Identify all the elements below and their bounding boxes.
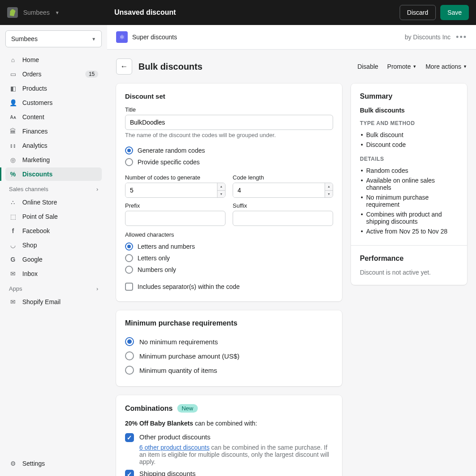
home-icon: ⌂ bbox=[9, 56, 17, 64]
chevron-right-icon[interactable]: › bbox=[96, 285, 98, 292]
checkbox-icon bbox=[125, 283, 133, 291]
code-length-input[interactable]: ▲▼ bbox=[233, 183, 333, 198]
analytics-icon: ⫾⫾ bbox=[9, 142, 17, 150]
email-icon: ✉ bbox=[9, 298, 17, 306]
back-button[interactable]: ← bbox=[116, 58, 132, 75]
prefix-input[interactable] bbox=[125, 211, 225, 226]
store-selector[interactable]: Sumbees ▼ bbox=[5, 30, 102, 47]
shop-name[interactable]: Sumbees bbox=[23, 9, 50, 16]
radio-icon bbox=[125, 337, 134, 346]
app-shopify-email[interactable]: ✉Shopify Email bbox=[5, 295, 102, 309]
nav-finances[interactable]: 🏛Finances bbox=[5, 125, 102, 138]
chevron-down-icon: ▼ bbox=[92, 37, 96, 42]
promote-action[interactable]: Promote ▼ bbox=[387, 63, 417, 70]
num-codes-input[interactable]: ▲▼ bbox=[125, 183, 225, 198]
spinner-down-icon[interactable]: ▼ bbox=[217, 191, 225, 198]
app-name: Super discounts bbox=[132, 33, 177, 41]
discard-button[interactable]: Discard bbox=[400, 5, 436, 20]
performance-text: Discount is not active yet. bbox=[360, 269, 458, 276]
google-icon: G bbox=[9, 255, 17, 263]
radio-icon bbox=[125, 366, 134, 375]
discount-set-card: Discount set Title The name of the disco… bbox=[116, 84, 342, 301]
spinner-up-icon[interactable]: ▲ bbox=[325, 183, 333, 191]
page-title: Bulk discounts bbox=[138, 62, 351, 72]
disable-action[interactable]: Disable bbox=[357, 63, 378, 70]
nav-customers[interactable]: 👤Customers bbox=[5, 96, 102, 109]
chevron-right-icon[interactable]: › bbox=[96, 186, 98, 192]
nav-label: Discounts bbox=[22, 171, 53, 178]
nav-analytics[interactable]: ⫾⫾Analytics bbox=[5, 139, 102, 152]
more-menu-icon[interactable]: ••• bbox=[456, 33, 467, 42]
check-shipping-discounts[interactable]: ✓ Shipping discounts bbox=[125, 470, 333, 476]
channel-online-store[interactable]: ⛬Online Store bbox=[5, 196, 102, 209]
nav-products[interactable]: ◧Products bbox=[5, 82, 102, 95]
app-vendor: by Discounts Inc bbox=[405, 33, 451, 41]
nav-content[interactable]: AᴀContent bbox=[5, 110, 102, 124]
nav-orders[interactable]: ▭Orders15 bbox=[5, 67, 102, 81]
radio-letters-only[interactable]: Letters only bbox=[125, 252, 333, 264]
radio-min-amount[interactable]: Minimum purchase amount (US$) bbox=[125, 349, 333, 363]
page-status-title: Unsaved discount bbox=[114, 8, 400, 17]
nav-label: Analytics bbox=[22, 142, 47, 149]
nav-home[interactable]: ⌂Home bbox=[5, 53, 102, 67]
details-list: Random codes Available on online sales c… bbox=[360, 166, 458, 236]
radio-numbers-only[interactable]: Numbers only bbox=[125, 264, 333, 276]
spinner-up-icon[interactable]: ▲ bbox=[217, 183, 225, 191]
checkbox-label: Other product discounts bbox=[139, 433, 210, 441]
title-input[interactable] bbox=[125, 115, 333, 130]
check-separator[interactable]: Includes separator(s) within the code bbox=[125, 281, 333, 292]
chevron-down-icon[interactable]: ▼ bbox=[55, 10, 59, 15]
nav-marketing[interactable]: ◎Marketing bbox=[5, 153, 102, 167]
nav-label: Finances bbox=[22, 128, 48, 135]
caret-down-icon: ▼ bbox=[463, 64, 467, 69]
radio-generate-codes[interactable]: Generate random codes bbox=[125, 145, 333, 156]
nav-label: Inbox bbox=[22, 270, 38, 277]
list-item: Available on online sales channels bbox=[366, 175, 458, 192]
code-length-field[interactable] bbox=[233, 183, 325, 197]
channel-facebook[interactable]: fFacebook bbox=[5, 224, 102, 238]
radio-label: Minimum quantity of items bbox=[139, 367, 217, 374]
channel-google[interactable]: GGoogle bbox=[5, 253, 102, 266]
nav-label: Orders bbox=[22, 71, 42, 78]
save-button[interactable]: Save bbox=[440, 5, 469, 20]
checkbox-label: Shipping discounts bbox=[139, 470, 196, 476]
spinner-down-icon[interactable]: ▼ bbox=[325, 191, 333, 198]
num-codes-field[interactable] bbox=[125, 183, 217, 197]
details-label: DETAILS bbox=[360, 156, 458, 162]
marketing-icon: ◎ bbox=[9, 156, 17, 164]
channel-shop[interactable]: ◡Shop bbox=[5, 238, 102, 252]
combinations-card: Combinations New 20% Off Baby Blankets c… bbox=[116, 395, 342, 476]
radio-min-qty[interactable]: Minimum quantity of items bbox=[125, 363, 333, 377]
app-header: ⚛ Super discounts by Discounts Inc ••• bbox=[107, 25, 476, 50]
nav-discounts[interactable]: %Discounts bbox=[5, 167, 102, 181]
type-list: Bulk discount Discount code bbox=[360, 130, 458, 150]
checkbox-checked-icon: ✓ bbox=[125, 470, 134, 476]
facebook-icon: f bbox=[9, 227, 17, 235]
orders-badge: 15 bbox=[85, 71, 98, 78]
orders-icon: ▭ bbox=[9, 70, 17, 78]
nav-label: Google bbox=[22, 256, 42, 263]
gear-icon: ⚙ bbox=[9, 459, 17, 468]
section-label: Sales channels bbox=[9, 186, 48, 192]
radio-specific-codes[interactable]: Provide specific codes bbox=[125, 156, 333, 168]
store-icon: ⛬ bbox=[9, 198, 17, 206]
nav-settings[interactable]: ⚙Settings bbox=[5, 457, 102, 470]
list-item: Bulk discount bbox=[366, 130, 458, 140]
product-discounts-desc: 6 other product discounts can be combine… bbox=[139, 444, 333, 465]
performance-heading: Performance bbox=[360, 255, 458, 263]
channel-pos[interactable]: ⬚Point of Sale bbox=[5, 210, 102, 223]
suffix-input[interactable] bbox=[233, 211, 333, 226]
allowed-chars-label: Allowed characters bbox=[125, 231, 333, 238]
channel-inbox[interactable]: ✉Inbox bbox=[5, 267, 102, 280]
topbar: Sumbees ▼ Unsaved discount Discard Save bbox=[0, 0, 476, 25]
radio-icon bbox=[125, 158, 133, 166]
list-item: Random codes bbox=[366, 166, 458, 175]
nav-label: Facebook bbox=[22, 227, 50, 234]
radio-label: Minimum purchase amount (US$) bbox=[139, 352, 239, 360]
code-length-label: Code length bbox=[233, 174, 333, 181]
more-actions[interactable]: More actions ▼ bbox=[426, 63, 467, 70]
check-product-discounts[interactable]: ✓ Other product discounts bbox=[125, 433, 333, 442]
radio-letters-numbers[interactable]: Letters and numbers bbox=[125, 241, 333, 252]
radio-no-min[interactable]: No minimum requirements bbox=[125, 334, 333, 349]
product-discounts-link[interactable]: 6 other product discounts bbox=[139, 444, 209, 451]
